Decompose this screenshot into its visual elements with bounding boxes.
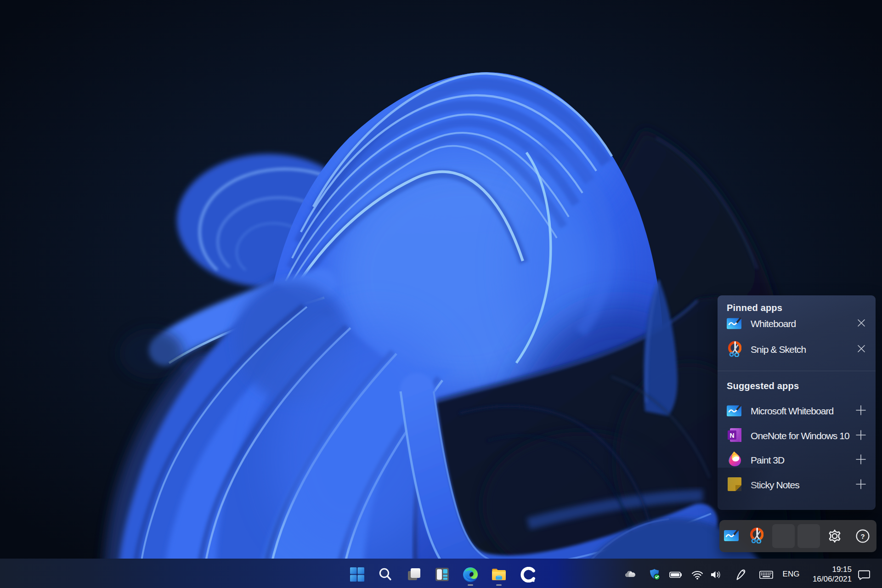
svg-text:N: N [729, 432, 734, 439]
svg-text:?: ? [860, 532, 865, 540]
